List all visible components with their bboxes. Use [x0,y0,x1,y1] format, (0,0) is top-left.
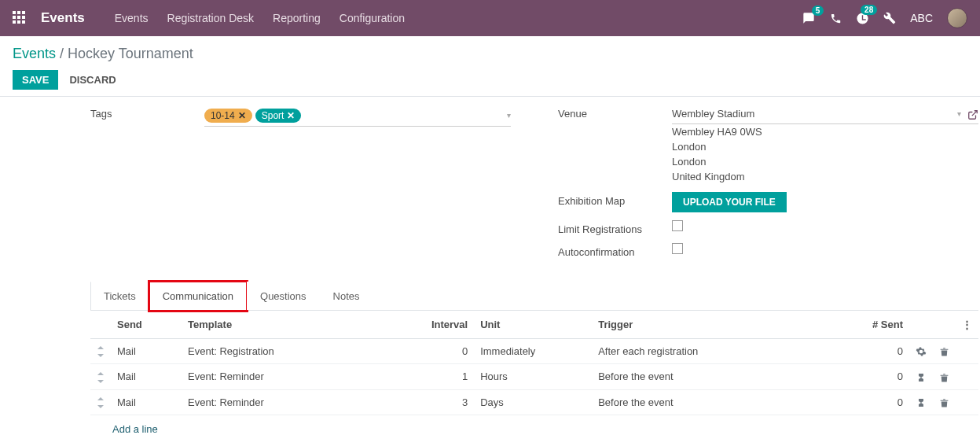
drag-handle-icon[interactable] [90,338,111,364]
avatar[interactable] [947,8,967,28]
table-row[interactable]: MailEvent: Reminder3DaysBefore the event… [90,389,978,415]
exhibition-map-field: Exhibition Map UPLOAD YOUR FILE [558,192,978,212]
tags-input[interactable]: 10-14 ✕ Sport ✕ ▾ [204,105,511,127]
col-sent: # Sent [862,311,909,339]
cell-template: Event: Reminder [182,364,419,390]
venue-dropdown-caret-icon[interactable]: ▾ [957,109,961,118]
venue-field: Venue Wembley Stadium ▾ Wembley HA9 0WS … [558,105,978,184]
drag-handle-icon[interactable] [90,389,111,415]
svg-marker-5 [97,397,104,400]
action-buttons: SAVE DISCARD [13,70,967,90]
table-row[interactable]: MailEvent: Reminder1HoursBefore the even… [90,364,978,390]
venue-address-line: London [672,154,978,169]
delete-row-icon[interactable] [933,364,956,390]
user-name[interactable]: ABC [910,12,933,24]
col-template: Template [182,311,419,339]
breadcrumb-root[interactable]: Events [13,46,56,61]
row-status-icon[interactable] [909,364,933,390]
cell-template: Event: Registration [182,338,419,364]
tab-notes[interactable]: Notes [320,282,373,310]
nav-link-registration-desk[interactable]: Registration Desk [167,12,255,24]
save-button[interactable]: SAVE [13,70,58,90]
tab-communication[interactable]: Communication [149,282,247,311]
svg-marker-2 [97,354,104,357]
row-spacer [956,364,978,390]
nav-links: Events Registration Desk Reporting Confi… [115,12,405,24]
svg-marker-1 [97,346,104,349]
svg-marker-6 [97,405,104,408]
row-status-icon[interactable] [909,389,933,415]
col-interval: Interval [419,311,474,339]
cell-trigger: Before the event [592,389,862,415]
messages-icon[interactable]: 5 [802,12,816,25]
tabs: Tickets Communication Questions Notes [90,282,978,311]
cell-template: Event: Reminder [182,389,419,415]
drag-handle-icon[interactable] [90,364,111,390]
navbar-right: 5 28 ABC [802,8,967,28]
breadcrumb: Events / Hockey Tournament [13,46,967,62]
col-delete [933,311,956,339]
cell-interval: 1 [419,364,474,390]
col-trigger: Trigger [592,311,862,339]
breadcrumb-current: Hockey Tournament [68,46,193,61]
table-row[interactable]: MailEvent: Registration0ImmediatelyAfter… [90,338,978,364]
add-line-link[interactable]: Add a line [90,415,978,443]
table-options-icon[interactable]: ⋮ [956,311,978,339]
cell-send: Mail [111,364,182,390]
cell-sent: 0 [862,364,909,390]
nav-link-events[interactable]: Events [115,12,149,24]
exhibition-map-label: Exhibition Map [558,192,672,207]
nav-link-configuration[interactable]: Configuration [340,12,405,24]
svg-marker-3 [97,372,104,375]
discard-button[interactable]: DISCARD [69,74,116,86]
nav-link-reporting[interactable]: Reporting [273,12,321,24]
delete-row-icon[interactable] [933,389,956,415]
tags-field: Tags 10-14 ✕ Sport ✕ ▾ [90,105,511,127]
navbar-left: Events Events Registration Desk Reportin… [13,10,405,26]
activities-icon[interactable]: 28 [856,11,869,24]
tag-sport[interactable]: Sport ✕ [255,109,302,123]
subheader: Events / Hockey Tournament SAVE DISCARD [0,36,980,97]
cell-trigger: Before the event [592,364,862,390]
top-navbar: Events Events Registration Desk Reportin… [0,0,980,36]
form-columns: Tags 10-14 ✕ Sport ✕ ▾ Venue Wembley Sta… [90,105,978,266]
debug-icon[interactable] [883,12,896,25]
tag-label: 10-14 [211,110,235,121]
tag-remove-icon[interactable]: ✕ [287,110,295,121]
col-handle [90,311,111,339]
tab-questions[interactable]: Questions [247,282,320,310]
cell-unit: Days [474,389,592,415]
venue-name: Wembley Stadium [672,108,957,120]
svg-marker-4 [97,380,104,383]
cell-trigger: After each registration [592,338,862,364]
brand-title[interactable]: Events [41,10,85,26]
autoconfirmation-field: Autoconfirmation [558,243,978,258]
venue-address-line: London [672,139,978,154]
col-send: Send [111,311,182,339]
external-link-icon[interactable] [967,108,978,120]
autoconfirmation-label: Autoconfirmation [558,243,672,258]
tag-10-14[interactable]: 10-14 ✕ [204,109,252,123]
communication-table: Send Template Interval Unit Trigger # Se… [90,311,978,416]
upload-file-button[interactable]: UPLOAD YOUR FILE [672,192,787,212]
autoconfirmation-checkbox[interactable] [672,243,683,254]
tag-remove-icon[interactable]: ✕ [238,110,246,121]
col-unit: Unit [474,311,592,339]
venue-address-line: Wembley HA9 0WS [672,124,978,139]
form-left-col: Tags 10-14 ✕ Sport ✕ ▾ [90,105,511,266]
limit-registrations-checkbox[interactable] [672,220,683,231]
phone-icon[interactable] [830,12,842,24]
tags-dropdown-caret-icon[interactable]: ▾ [507,111,511,120]
cell-interval: 0 [419,338,474,364]
tag-label: Sport [262,110,284,121]
limit-registrations-field: Limit Registrations [558,220,978,235]
delete-row-icon[interactable] [933,338,956,364]
venue-label: Venue [558,105,672,120]
venue-input[interactable]: Wembley Stadium ▾ [672,105,978,124]
row-status-icon[interactable] [909,338,933,364]
apps-icon[interactable] [13,11,27,25]
activities-badge: 28 [861,5,877,15]
col-status-icon [909,311,933,339]
tags-label: Tags [90,105,204,120]
tab-tickets[interactable]: Tickets [90,282,149,310]
